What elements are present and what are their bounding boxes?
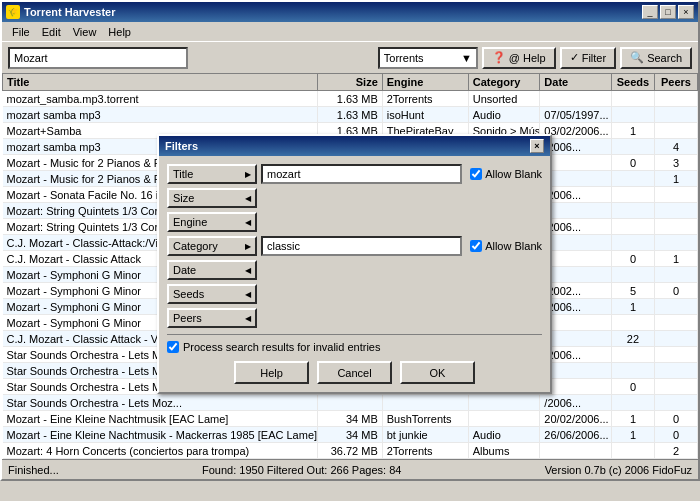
table-cell	[382, 395, 468, 411]
table-cell	[612, 187, 655, 203]
table-cell	[654, 235, 697, 251]
dialog-ok-button[interactable]: OK	[400, 361, 475, 384]
menu-view[interactable]: View	[67, 24, 103, 40]
filter-engine-btn[interactable]: Engine ◀	[167, 212, 257, 232]
menu-edit[interactable]: Edit	[36, 24, 67, 40]
filter-button[interactable]: ✓ Filter	[560, 47, 616, 69]
table-cell: isoHunt	[382, 107, 468, 123]
filter-row-engine: Engine ◀	[167, 212, 542, 232]
table-cell: Mozart: 4 Horn Concerts; conciertos para…	[3, 459, 318, 460]
status-bar: Finished... Found: 1950 Filtered Out: 26…	[2, 459, 698, 479]
table-cell	[654, 107, 697, 123]
status-middle: Found: 1950 Filtered Out: 266 Pages: 84	[202, 464, 401, 476]
title-bar: 🌾 Torrent Harvester _ □ ×	[2, 2, 698, 22]
table-cell: Mozart - Eine Kleine Nachtmusik [EAC Lam…	[3, 411, 318, 427]
filter-row-seeds: Seeds ◀	[167, 284, 542, 304]
table-cell	[540, 91, 612, 107]
table-cell	[468, 395, 540, 411]
table-cell: Star Sounds Orchestra - Lets Moz...	[3, 395, 318, 411]
filter-title-btn[interactable]: Title ▶	[167, 164, 257, 184]
filter-category-btn[interactable]: Category ▶	[167, 236, 257, 256]
table-cell	[612, 395, 655, 411]
filter-title-input[interactable]	[261, 164, 462, 184]
filter-dialog: Filters × Title ▶ Allow Blank	[157, 134, 552, 394]
table-cell: Albums	[468, 443, 540, 459]
dialog-title-bar: Filters ×	[159, 136, 550, 156]
col-header-seeds[interactable]: Seeds	[612, 74, 655, 91]
dialog-help-button[interactable]: Help	[234, 361, 309, 384]
table-cell	[612, 139, 655, 155]
table-row[interactable]: Mozart - Eine Kleine Nachtmusik [EAC Lam…	[3, 411, 698, 427]
table-cell: 1.63 MB	[318, 107, 382, 123]
table-cell: 34 MB	[318, 427, 382, 443]
menu-help[interactable]: Help	[102, 24, 137, 40]
filter-category-blank-checkbox[interactable]	[470, 240, 482, 252]
table-cell	[654, 91, 697, 107]
dialog-close-button[interactable]: ×	[530, 139, 544, 153]
table-cell: Audio	[468, 427, 540, 443]
menu-file[interactable]: File	[6, 24, 36, 40]
table-row[interactable]: mozart samba mp31.63 MBisoHuntAudio07/05…	[3, 107, 698, 123]
filter-row-date: Date ◀	[167, 260, 542, 280]
table-cell: BushTorrents	[382, 411, 468, 427]
app-icon: 🌾	[6, 5, 20, 19]
table-cell: 37 MB	[318, 459, 382, 460]
table-cell	[654, 123, 697, 139]
col-header-engine[interactable]: Engine	[382, 74, 468, 91]
table-cell: 1	[612, 411, 655, 427]
close-button[interactable]: ×	[678, 5, 694, 19]
filter-peers-btn[interactable]: Peers ◀	[167, 308, 257, 328]
maximize-button[interactable]: □	[660, 5, 676, 19]
allow-blank-label-2: Allow Blank	[485, 240, 542, 252]
table-cell	[654, 187, 697, 203]
table-cell	[654, 299, 697, 315]
table-cell: mozart_samba.mp3.torrent	[3, 91, 318, 107]
filter-category-input[interactable]	[261, 236, 462, 256]
process-invalid-checkbox[interactable]	[167, 341, 179, 353]
dialog-cancel-button[interactable]: Cancel	[317, 361, 392, 384]
col-header-peers[interactable]: Peers	[654, 74, 697, 91]
allow-blank-label: Allow Blank	[485, 168, 542, 180]
table-cell: 2Torrents	[382, 91, 468, 107]
table-cell	[654, 219, 697, 235]
search-button[interactable]: 🔍 Search	[620, 47, 692, 69]
table-row[interactable]: Star Sounds Orchestra - Lets Moz.../2006…	[3, 395, 698, 411]
col-header-category[interactable]: Category	[468, 74, 540, 91]
table-cell: 0	[612, 379, 655, 395]
table-cell: 03/01/2007...	[540, 459, 612, 460]
col-header-date[interactable]: Date	[540, 74, 612, 91]
status-left: Finished...	[8, 464, 59, 476]
filter-date-btn[interactable]: Date ◀	[167, 260, 257, 280]
col-header-title[interactable]: Title	[3, 74, 318, 91]
table-cell: 1	[654, 171, 697, 187]
filter-category-blank: Allow Blank	[470, 240, 542, 252]
table-cell: 1	[612, 427, 655, 443]
table-cell: 2	[654, 459, 697, 460]
table-cell: Audio	[468, 107, 540, 123]
table-row[interactable]: Mozart - Eine Kleine Nachtmusik - Macker…	[3, 427, 698, 443]
table-cell	[612, 235, 655, 251]
filter-row-size: Size ◀	[167, 188, 542, 208]
table-cell	[654, 379, 697, 395]
minimize-button[interactable]: _	[642, 5, 658, 19]
table-cell	[612, 203, 655, 219]
col-header-size[interactable]: Size	[318, 74, 382, 91]
filter-title-blank-checkbox[interactable]	[470, 168, 482, 180]
table-cell	[654, 347, 697, 363]
filter-row-peers: Peers ◀	[167, 308, 542, 328]
filter-size-btn[interactable]: Size ◀	[167, 188, 257, 208]
table-row[interactable]: Mozart: 4 Horn Concerts; conciertos para…	[3, 459, 698, 460]
table-cell: 0	[612, 155, 655, 171]
app-title: Torrent Harvester	[24, 6, 116, 18]
table-cell: bt junkie	[382, 427, 468, 443]
table-row[interactable]: mozart_samba.mp3.torrent1.63 MB2Torrents…	[3, 91, 698, 107]
search-input[interactable]: Mozart	[8, 47, 188, 69]
table-cell	[654, 331, 697, 347]
table-row[interactable]: Mozart: 4 Horn Concerts (conciertos para…	[3, 443, 698, 459]
filter-seeds-btn[interactable]: Seeds ◀	[167, 284, 257, 304]
table-cell: 0	[654, 427, 697, 443]
engine-dropdown[interactable]: Torrents ▼	[378, 47, 478, 69]
help-button[interactable]: ❓ @ Help	[482, 47, 556, 69]
table-cell	[654, 395, 697, 411]
table-cell: 1	[612, 299, 655, 315]
